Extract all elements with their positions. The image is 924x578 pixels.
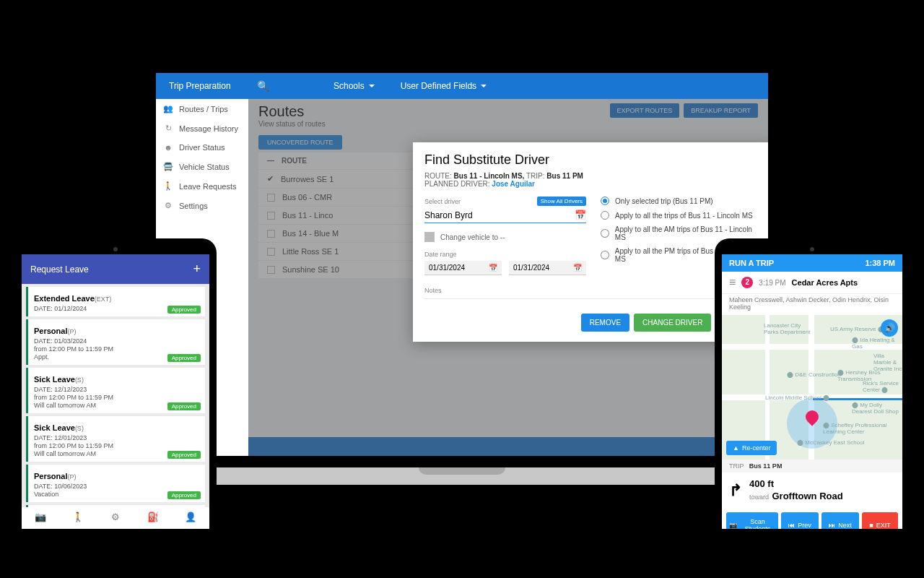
leave-card[interactable]: Sick Leave(S) DATE: 12/01/2023 from 12:0… xyxy=(26,416,205,462)
leave-card[interactable]: Extended Leave(EXT) DATE: 01/12/2024 App… xyxy=(26,287,205,316)
nav-street: Grofftown Road xyxy=(772,491,842,501)
camera-icon: 📷 xyxy=(729,522,737,529)
dialog-route-meta: ROUTE: Bus 11 - Lincoln MS, TRIP: Bus 11… xyxy=(424,172,762,180)
turn-right-icon: ↱ xyxy=(729,481,742,500)
bottom-nav: 📷 🚶 ⚙ ⛽ 👤 xyxy=(22,507,209,529)
nav-calendar-icon[interactable]: 📷 xyxy=(22,507,59,529)
laptop-mockup: Trip Preparation 🔍 Schools User Defined … xyxy=(144,61,780,485)
notes-label: Notes xyxy=(424,287,762,294)
chevron-down-icon xyxy=(481,85,487,87)
radio-icon xyxy=(601,211,609,220)
request-leave-header: Request Leave + xyxy=(22,254,209,284)
nav-fuel-icon[interactable]: ⛽ xyxy=(134,507,172,529)
notes-input[interactable] xyxy=(424,298,762,299)
recenter-button[interactable]: ▲Re-center xyxy=(726,441,777,455)
checkbox[interactable] xyxy=(424,232,435,242)
radio-all-trips[interactable]: Apply to all the trips of Bus 11 - Linco… xyxy=(601,211,762,220)
calendar-icon: 📅 xyxy=(489,264,497,272)
dialog-planned-driver: PLANNED DRIVER: Jose Aguilar xyxy=(424,180,762,188)
nav-account-icon[interactable]: 👤 xyxy=(172,507,209,529)
approved-badge: Approved xyxy=(167,451,201,459)
exit-button[interactable]: ■EXIT xyxy=(862,512,898,529)
tablet-right-mockup: RUN A TRIP 1:38 PM ≡ 2 3:19 PM Cedar Acr… xyxy=(715,238,910,538)
stop-name: Cedar Acres Apts xyxy=(792,278,858,287)
nav-tune-icon[interactable]: ⚙ xyxy=(97,507,134,529)
stop-time: 3:19 PM xyxy=(759,279,785,287)
calendar-icon: 📅 xyxy=(573,264,582,272)
leave-card[interactable]: Personal(P) DATE: 10/06/2023 Vacation Ap… xyxy=(26,465,205,502)
calendar-icon[interactable]: 📅 xyxy=(575,210,586,220)
map-pin-1: 1 xyxy=(806,410,820,425)
walk-icon: 🚶 xyxy=(163,181,173,191)
chevron-down-icon xyxy=(369,85,375,87)
history-icon: ↻ xyxy=(163,124,173,133)
menu-schools[interactable]: Schools xyxy=(321,81,388,91)
trip-info: TRIP Bus 11 PM xyxy=(722,460,902,473)
map[interactable]: 1 Lancaster CityParks Department US Army… xyxy=(722,315,902,460)
prev-icon: ⏮ xyxy=(788,522,795,529)
sound-button[interactable]: 🔊 xyxy=(881,319,898,337)
date-range-label: Date range xyxy=(424,251,586,258)
remove-button[interactable]: REMOVE xyxy=(581,314,629,332)
date-to-field[interactable]: 01/31/2024📅 xyxy=(509,261,586,275)
locate-icon: ▲ xyxy=(733,444,739,452)
sidebar-item-message-history[interactable]: ↻Message History xyxy=(156,118,248,138)
driver-input[interactable]: Sharon Byrd 📅 xyxy=(424,207,586,223)
sidebar-item-settings[interactable]: ⚙Settings xyxy=(156,196,248,215)
tablet-left-mockup: Request Leave + Extended Leave(EXT) DATE… xyxy=(14,238,217,538)
radio-icon xyxy=(601,251,609,259)
date-from-field[interactable]: 01/31/2024📅 xyxy=(424,261,502,275)
leave-card[interactable]: Sick Leave(S) DATE: 12/12/2023 from 12:0… xyxy=(26,368,205,413)
sidebar-item-driver-status[interactable]: ☻Driver Status xyxy=(156,138,248,157)
sidebar-item-routes[interactable]: 👥Routes / Trips xyxy=(156,99,248,118)
show-all-drivers-button[interactable]: Show All Drivers xyxy=(537,197,586,206)
rider-list: Maheen Cresswell, Ashwin Decker, Odin He… xyxy=(722,294,902,315)
planned-driver-link[interactable]: Jose Aguilar xyxy=(492,180,535,188)
nav-walk-icon[interactable]: 🚶 xyxy=(59,507,97,529)
select-driver-label: Select driver xyxy=(424,198,461,205)
radio-icon xyxy=(601,197,609,205)
radio-selected-trip[interactable]: Only selected trip (Bus 11 PM) xyxy=(601,197,762,205)
sidebar-item-vehicle-status[interactable]: 🚍Vehicle Status xyxy=(156,157,248,176)
people-icon: 👥 xyxy=(163,104,173,113)
run-trip-header: RUN A TRIP 1:38 PM xyxy=(722,254,902,272)
scan-students-button[interactable]: 📷Scan Students xyxy=(726,512,778,529)
radio-icon xyxy=(601,229,609,238)
app-title: Trip Preparation xyxy=(156,81,248,91)
add-leave-button[interactable]: + xyxy=(193,262,201,277)
gear-icon: ⚙ xyxy=(163,201,173,210)
approved-badge: Approved xyxy=(167,354,201,362)
dialog-title: Find Substitute Driver xyxy=(424,152,762,168)
change-driver-button[interactable]: CHANGE DRIVER xyxy=(634,314,711,332)
bus-icon: 🚍 xyxy=(163,162,173,171)
leave-card[interactable]: Personal(P) DATE: 01/03/2024 from 12:00 … xyxy=(26,319,205,365)
stop-icon: ■ xyxy=(869,522,873,529)
menu-icon[interactable]: ≡ xyxy=(729,276,736,289)
search-icon[interactable]: 🔍 xyxy=(248,80,277,92)
face-icon: ☻ xyxy=(163,143,173,152)
change-vehicle-row[interactable]: Change vehicle to -- xyxy=(424,232,586,242)
approved-badge: Approved xyxy=(167,306,201,314)
prev-button[interactable]: ⏮Prev xyxy=(781,512,819,529)
approved-badge: Approved xyxy=(167,402,201,410)
next-icon: ⏭ xyxy=(829,522,835,529)
stop-number-badge: 2 xyxy=(741,277,753,288)
nav-panel: ↱ 400 ft toward Grofftown Road xyxy=(722,473,902,508)
sidebar-item-leave-requests[interactable]: 🚶Leave Requests xyxy=(156,176,248,196)
nav-distance: 400 ft xyxy=(749,478,843,489)
topbar: Trip Preparation 🔍 Schools User Defined … xyxy=(156,73,768,99)
next-button[interactable]: ⏭Next xyxy=(821,512,859,529)
menu-user-defined[interactable]: User Defined Fields xyxy=(388,81,500,91)
approved-badge: Approved xyxy=(167,491,201,499)
